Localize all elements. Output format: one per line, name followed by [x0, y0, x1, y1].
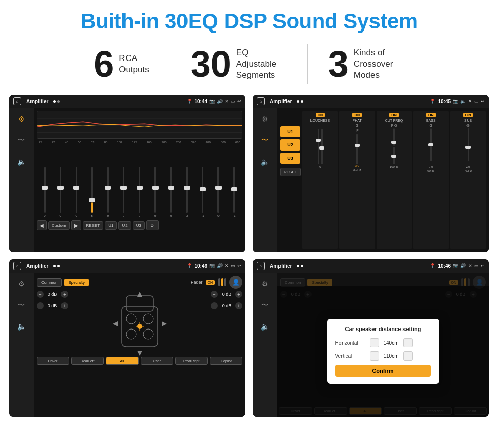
volume-icon-4: 🔊	[460, 263, 466, 268]
home-icon-4[interactable]: ⌂	[257, 262, 265, 270]
eq-slider-8[interactable]: 0	[148, 146, 163, 217]
sub-on[interactable]: ON	[463, 113, 473, 117]
channel-loudness: ON LOUDNESS 0	[302, 111, 338, 249]
bass-on[interactable]: ON	[426, 113, 436, 117]
wave-icon-3[interactable]: 〜	[14, 298, 28, 312]
fader-top-bar: Common Specialty Fader ON 👤	[37, 276, 242, 289]
user-btn[interactable]: User	[141, 357, 173, 365]
wave-icon-4[interactable]: 〜	[258, 298, 272, 312]
stat-crossover: 3 Kinds ofCrossover Modes	[308, 46, 425, 82]
eq-icon-2[interactable]: ⚙	[258, 112, 272, 126]
status-dots-4	[297, 265, 303, 267]
eq-slider-13[interactable]: -1	[227, 146, 241, 217]
back-icon-3[interactable]: ↩	[237, 263, 241, 268]
all-btn[interactable]: All	[106, 357, 138, 365]
home-icon-2[interactable]: ⌂	[257, 97, 265, 105]
confirm-button[interactable]: Confirm	[335, 365, 431, 377]
prev-btn[interactable]: ◀	[37, 220, 47, 230]
avatar[interactable]: 👤	[229, 276, 242, 289]
next-btn[interactable]: ▶	[71, 220, 81, 230]
fader-bottom-btns: Driver RearLeft All User RearRight Copil…	[37, 357, 242, 365]
db-plus-1[interactable]: +	[61, 291, 68, 298]
u1-crossover[interactable]: U1	[280, 126, 300, 137]
reset-crossover[interactable]: RESET	[280, 168, 301, 176]
eq-icon-3[interactable]: ⚙	[14, 277, 28, 291]
eq-slider-10[interactable]: 0	[180, 146, 194, 217]
db-value-1: 0 dB	[45, 292, 59, 297]
db-plus-3[interactable]: +	[235, 291, 242, 298]
db-minus-2[interactable]: −	[37, 302, 44, 309]
topbar-fader: ⌂ Amplifier 📍 10:46 📷 🔊 ✕ ▭ ↩	[9, 259, 245, 273]
wave-icon[interactable]: 〜	[14, 133, 28, 147]
eq-slider-6[interactable]: 0	[116, 146, 131, 217]
battery-icon-3: ▭	[231, 263, 235, 268]
back-icon-2[interactable]: ↩	[481, 99, 485, 104]
common-tab[interactable]: Common	[37, 278, 62, 287]
side-panel-dialog: ⚙ 〜 🔈	[253, 273, 277, 417]
eq-slider-2[interactable]: 0	[53, 146, 68, 217]
speaker-icon-4[interactable]: 🔈	[258, 319, 272, 334]
wave-icon-2[interactable]: 〜	[258, 133, 272, 147]
dialog-horizontal-minus[interactable]: −	[370, 338, 379, 347]
u1-btn[interactable]: U1	[105, 221, 117, 230]
rearright-btn[interactable]: RearRight	[175, 357, 208, 365]
volume-icon: 🔊	[217, 99, 223, 104]
dialog-horizontal-plus[interactable]: +	[403, 338, 413, 347]
db-minus-3[interactable]: −	[211, 291, 218, 298]
camera-icon-2: 📷	[453, 99, 458, 104]
eq-icon-4[interactable]: ⚙	[258, 277, 272, 291]
eq-slider-4[interactable]: 5	[85, 146, 99, 217]
screen-content-eq: ⚙ 〜 🔈	[9, 108, 245, 252]
loudness-on[interactable]: ON	[316, 113, 325, 117]
rearleft-btn[interactable]: RearLeft	[71, 357, 104, 365]
app-label-crossover: Amplifier	[270, 99, 292, 104]
fader-center	[80, 291, 199, 357]
wifi-icon-3: ✕	[225, 263, 229, 268]
eq-slider-11[interactable]: -1	[196, 146, 210, 217]
eq-slider-9[interactable]: 0	[164, 146, 178, 217]
custom-btn[interactable]: Custom	[48, 221, 70, 230]
dialog-vertical-minus[interactable]: −	[370, 351, 379, 361]
eq-slider-7[interactable]: 0	[132, 146, 146, 217]
cutfreq-on[interactable]: ON	[389, 113, 399, 117]
db-minus-4[interactable]: −	[211, 302, 218, 309]
home-icon-3[interactable]: ⌂	[13, 262, 21, 270]
sub-label: SUB	[464, 118, 472, 122]
topbar-crossover: ⌂ Amplifier 📍 10:45 📷 🔈 ✕ ▭ ↩	[253, 95, 489, 108]
eq-slider-12[interactable]: 0	[211, 146, 226, 217]
copilot-btn[interactable]: Copilot	[210, 357, 242, 365]
u2-btn[interactable]: U2	[118, 221, 131, 230]
screen-content-fader: ⚙ 〜 🔈 Common Specialty Fader ON	[9, 273, 245, 417]
eq-sliders-area: 0 0 0 5 0	[37, 146, 242, 217]
eq-slider-1[interactable]: 0	[38, 146, 52, 217]
side-panel-eq: ⚙ 〜 🔈	[9, 108, 34, 252]
u3-btn[interactable]: U3	[133, 221, 145, 230]
forward-arrow[interactable]: »	[146, 220, 159, 230]
eq-slider-3[interactable]: 0	[69, 146, 83, 217]
wifi-icon-2: ✕	[468, 99, 472, 104]
db-plus-4[interactable]: +	[235, 302, 242, 309]
db-plus-2[interactable]: +	[61, 302, 68, 309]
speaker-icon-2[interactable]: 🔈	[258, 155, 272, 169]
channel-cutfreq: ON CUT FREQ F G 100Hz	[377, 111, 412, 249]
eq-icon[interactable]: ⚙	[14, 112, 28, 126]
back-icon-4[interactable]: ↩	[481, 263, 485, 268]
u3-crossover[interactable]: U3	[280, 153, 300, 164]
driver-btn[interactable]: Driver	[37, 357, 69, 365]
speaker-icon-3[interactable]: 🔈	[14, 319, 28, 334]
back-icon[interactable]: ↩	[237, 99, 241, 104]
dialog-vertical-plus[interactable]: +	[403, 351, 413, 361]
app-label-eq: Amplifier	[26, 99, 48, 104]
u2-crossover[interactable]: U2	[280, 139, 300, 151]
phat-on[interactable]: ON	[352, 113, 362, 117]
specialty-tab[interactable]: Specialty	[64, 279, 88, 286]
db-minus-1[interactable]: −	[37, 291, 44, 298]
speaker-icon[interactable]: 🔈	[14, 155, 28, 169]
fader-on-badge[interactable]: ON	[206, 280, 215, 285]
time-fader: 10:46	[194, 263, 207, 269]
home-icon[interactable]: ⌂	[13, 97, 21, 105]
reset-btn[interactable]: RESET	[83, 221, 104, 230]
dialog-horizontal-value: 140cm	[381, 340, 401, 346]
eq-slider-5[interactable]: 0	[101, 146, 115, 217]
dialog-vertical-label: Vertical	[335, 353, 366, 359]
